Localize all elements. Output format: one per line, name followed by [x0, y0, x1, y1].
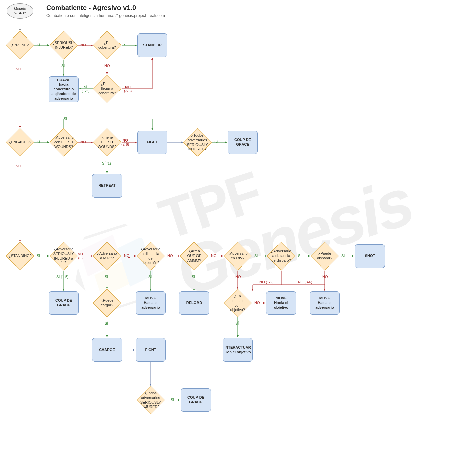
edge-prone-yes: SÍ — [37, 43, 40, 47]
edge-encob-no: NO — [104, 64, 110, 68]
edge-cargar-yes: SÍ — [105, 321, 108, 325]
decision-prone: ¿PRONE? — [6, 31, 34, 60]
decision-contacto-objetivo: ¿En contacto con objetivo? — [224, 289, 252, 317]
decision-llegar-cobertura: ¿Puede llegar a cobertura? — [93, 75, 122, 103]
action-interactuar: INTERACTUARCon el objetivo — [223, 338, 253, 362]
edge-advsi1-no: NO(6) — [78, 252, 83, 260]
decision-adv-ldv: ¿Adversario en LdV? — [224, 242, 252, 271]
action-coup-de-grace-1: COUP DE GRACE — [228, 131, 258, 154]
edge-dispdist-no36: NO (3-6) — [298, 280, 312, 284]
decision-todos-seriously-injured-1: ¿Todos adversarios SERIOUSLY INJURED? — [183, 128, 212, 157]
decision-todos-seriously-injured-2: ¿Todos adversarios SERIOUSLY INJURED? — [137, 386, 165, 414]
decision-en-cobertura: ¿En cobertura? — [93, 31, 122, 60]
action-move-objetivo: MOVEHacia el objetivo — [266, 291, 296, 315]
edge-tienefw-no: NO(2-6) — [121, 138, 129, 146]
decision-adv-distancia-disparo: ¿Adversario a distancia de disparo? — [267, 242, 296, 271]
edge-standing-yes: SÍ — [37, 254, 40, 258]
edge-contacto-yes: SÍ — [235, 321, 239, 325]
edge-engaged-no: NO — [16, 164, 21, 168]
action-reload: RELOAD — [179, 291, 209, 315]
edge-detec-no: NO — [167, 254, 173, 258]
decision-standing: ¿STANDING? — [6, 242, 34, 271]
decision-adversario-flesh-wounds: ¿Adversario con FLESH WOUNDS? — [50, 128, 78, 157]
decision-engaged: ¿ENGAGED? — [6, 128, 34, 157]
edge-dispdist-yes: SÍ — [298, 254, 301, 258]
decision-adv-m3: ¿Adversario a M+3''? — [93, 242, 122, 271]
action-charge: CHARGE — [92, 338, 122, 362]
action-move-adversario-2: MOVEHacia el adversario — [310, 291, 340, 315]
edge-dispdist-no12: NO (1-2) — [259, 280, 274, 284]
edge-todos2-yes: SÍ — [171, 398, 174, 402]
action-shot: SHOT — [355, 244, 385, 268]
edge-serinj-no: NO — [80, 43, 86, 47]
action-coup-de-grace-3: COUP DE GRACE — [181, 388, 211, 412]
edge-advfw-yes: SÍ — [64, 117, 67, 121]
decision-puede-cargar: ¿Puede cargar? — [93, 289, 122, 317]
page-title: Combatiente - Agresivo v1.0 — [46, 4, 136, 12]
decision-adv-si-1in: ¿Adversario SERIOUSLY INJURED a 1''? — [50, 242, 78, 271]
action-move-adversario-1: MOVEHacia el adversario — [136, 291, 166, 315]
page-subtitle: Combatiente con inteligencia humana. // … — [46, 13, 165, 18]
edge-serinj-yes: SÍ — [61, 64, 65, 68]
edge-prone-no: NO — [16, 67, 21, 71]
decision-adv-deteccion: ¿Adversario a distancia de detección? — [137, 242, 165, 271]
edge-encob-yes: SÍ — [124, 43, 127, 47]
edge-puededisp-yes: SÍ — [341, 254, 345, 258]
edge-tienefw-yes: SÍ (1) — [102, 161, 111, 165]
edge-contacto-no: NO — [254, 301, 260, 305]
action-coup-de-grace-2: COUP DE GRACE — [49, 291, 79, 315]
decision-tiene-flesh-wounds: ¿Tiene FLESH WOUNDS? — [93, 128, 122, 157]
edge-llegacob-yes: SÍ(1-2) — [82, 85, 89, 93]
edge-ammo-yes: SÍ — [192, 275, 195, 279]
decision-puede-disparar: ¿Puede disparar? — [311, 242, 339, 271]
decision-seriously-injured: ¿SERIOUSLY INJURED? — [50, 31, 78, 60]
edge-advm3-yes: SÍ — [105, 275, 108, 279]
action-fight-2: FIGHT — [136, 338, 166, 362]
edge-puededisp-no: NO — [322, 275, 328, 279]
edge-ldv-yes: SÍ — [254, 254, 258, 258]
edge-todos1-yes: SÍ — [214, 140, 218, 144]
edge-advm3-no: NO — [124, 254, 130, 258]
action-fight-1: FIGHT — [137, 131, 167, 154]
connectors — [0, 0, 476, 456]
start-node: Modelo READY — [7, 3, 33, 19]
action-retreat: RETREAT — [92, 174, 122, 198]
edge-engaged-yes: SÍ — [37, 140, 40, 144]
diagram-canvas: Combatiente - Agresivo v1.0 Combatiente … — [0, 0, 476, 456]
edge-ldv-no: NO — [235, 275, 241, 279]
action-crawl: CRAWLhacia cobertura o alejándose de adv… — [49, 76, 79, 102]
decision-out-of-ammo: ¿Arma OUT OF AMMO? — [180, 242, 209, 271]
edge-llegacob-no: NO(3-6) — [124, 85, 132, 93]
edge-advfw-no: NO — [80, 140, 86, 144]
action-stand-up: STAND UP — [137, 33, 167, 57]
edge-advsi1-yes: SÍ (1-5) — [56, 275, 69, 279]
edge-detec-yes: SÍ — [148, 275, 152, 279]
edge-ammo-no: NO — [211, 254, 217, 258]
